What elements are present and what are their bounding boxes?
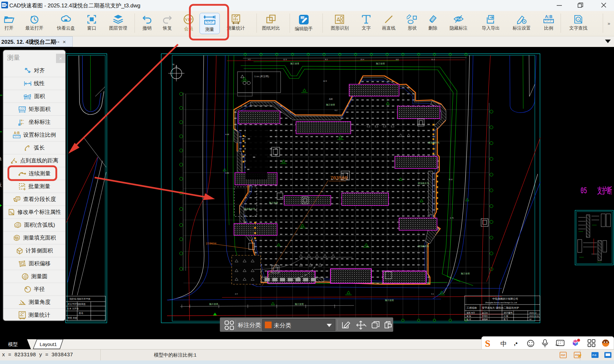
svg-text:坡顶截水沟: 坡顶截水沟 — [417, 245, 429, 248]
svg-text:3.1: 3.1 — [431, 293, 434, 295]
svg-text:模型: 模型 — [8, 341, 18, 347]
svg-text:FDF: FDF — [561, 354, 565, 356]
svg-text:CAD: CAD — [301, 17, 305, 19]
svg-text:日 期: 日 期 — [504, 315, 508, 317]
svg-text:6.2: 6.2 — [335, 109, 338, 111]
svg-text:12.0: 12.0 — [283, 59, 287, 60]
svg-text:12.5: 12.5 — [323, 80, 327, 82]
svg-text:15.4: 15.4 — [360, 59, 364, 60]
svg-text:8.2: 8.2 — [325, 59, 328, 60]
svg-text:1:xx (未注明): 1:xx (未注明) — [254, 75, 269, 78]
svg-text:施工便道: 施工便道 — [269, 202, 278, 204]
svg-text:2023-12: 2023-12 — [529, 312, 537, 314]
svg-text:A:B: A:B — [14, 131, 20, 135]
svg-text:指定线:指标符本平面: 指定线:指标符本平面 — [69, 298, 90, 300]
svg-text:坡顶截水沟: 坡顶截水沟 — [428, 141, 439, 144]
svg-text:反: 反 — [0, 182, 2, 187]
svg-text:审图 专字: 审图 专字 — [467, 312, 475, 314]
svg-text:4.5: 4.5 — [248, 59, 251, 60]
svg-text:高程: 高程 — [329, 98, 333, 100]
svg-text:2023.12.01: 2023.12.01 — [529, 315, 539, 317]
svg-text:N: N — [172, 63, 174, 66]
svg-text:3.86: 3.86 — [225, 172, 229, 174]
svg-text:x−: x− — [21, 119, 24, 122]
svg-text:谢晓峰: 谢晓峰 — [482, 318, 488, 321]
svg-text:,•: ,• — [514, 340, 517, 346]
svg-text:图名: 图名 — [79, 312, 83, 314]
svg-text:支木 支护走: 支木 支护走 — [67, 307, 79, 310]
svg-text:11.2: 11.2 — [431, 59, 435, 60]
svg-text:施工便道: 施工便道 — [376, 62, 385, 65]
svg-text:A:B: A:B — [545, 14, 552, 19]
svg-text:Zhongdia Survey and Design Co.: Zhongdia Survey and Design Co.,Ltd — [485, 302, 517, 304]
svg-text:中: 中 — [500, 340, 507, 347]
svg-text:5.12: 5.12 — [449, 178, 453, 180]
svg-text:安宇县恒大·珑悦台二期基坑支护: 安宇县恒大·珑悦台二期基坑支护 — [482, 306, 519, 309]
svg-text:4.08: 4.08 — [225, 133, 229, 135]
svg-text:施工便道: 施工便道 — [209, 303, 218, 305]
svg-text:坡顶截水沟: 坡顶截水沟 — [244, 208, 255, 210]
svg-text:P-D: P-D — [592, 354, 596, 356]
svg-text:2.4: 2.4 — [235, 293, 238, 295]
svg-text:9.8: 9.8 — [396, 59, 399, 60]
svg-text:施工便道: 施工便道 — [461, 272, 470, 275]
svg-text:施工便道: 施工便道 — [295, 303, 304, 305]
svg-text:李明生: 李明生 — [482, 315, 488, 317]
svg-text:施工便道: 施工便道 — [326, 104, 335, 106]
svg-text:A: A — [577, 18, 579, 21]
svg-text:设计编号: 设计编号 — [504, 312, 513, 314]
svg-text:02: 02 — [529, 318, 532, 320]
svg-text:支护断: 支护断 — [597, 186, 612, 196]
svg-text:图 号: 图 号 — [504, 318, 508, 321]
svg-text:4.75: 4.75 — [450, 217, 454, 219]
svg-text:中电湖南设计有限公司: 中电湖南设计有限公司 — [492, 297, 518, 300]
svg-text:y−: y− — [21, 122, 24, 125]
svg-text:施工便道: 施工便道 — [385, 299, 394, 302]
svg-text:CAD: CAD — [2, 4, 6, 6]
svg-text:坡顶截水沟: 坡顶截水沟 — [417, 182, 429, 185]
svg-text:S: S — [485, 338, 490, 349]
svg-text:工程名称: 工程名称 — [467, 306, 477, 309]
svg-text:赵卫东: 赵卫东 — [482, 312, 488, 314]
svg-text:Layout1: Layout1 — [40, 341, 57, 347]
svg-text:村支平护指固草图: 村支平护指固草图 — [68, 303, 86, 305]
svg-text:233634: 233634 — [206, 242, 216, 245]
svg-text:施工便道: 施工便道 — [290, 62, 299, 65]
svg-text:05: 05 — [581, 186, 587, 196]
svg-text:校 对: 校 对 — [466, 318, 471, 320]
svg-text:VIP: VIP — [185, 17, 192, 22]
svg-text:审 核: 审 核 — [467, 315, 471, 317]
svg-text:单: 单 — [0, 157, 2, 162]
svg-text:703569: 703569 — [330, 176, 348, 181]
svg-text:审核 井图: 审核 井图 — [68, 317, 77, 319]
